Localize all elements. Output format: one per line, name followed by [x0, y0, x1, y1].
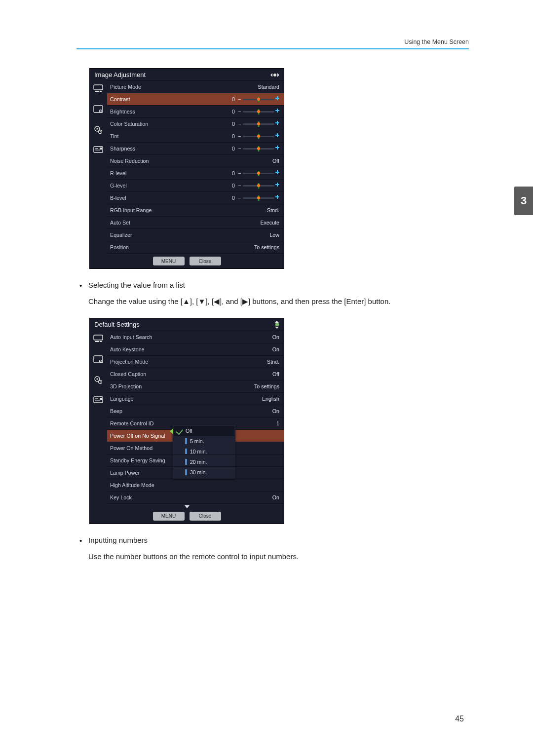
menu-row[interactable]: LanguageEnglish [107, 393, 284, 405]
row-label: G-level [110, 183, 165, 189]
menu-row[interactable]: B-level0− [107, 192, 284, 204]
slider-control[interactable]: 0− [228, 109, 279, 114]
row-value: On [272, 494, 279, 500]
menu-row[interactable]: Key LockOn [107, 491, 284, 504]
menu-row[interactable]: BeepOn [107, 405, 284, 417]
right-arrow-glyph: ▶ [242, 297, 248, 305]
menu-row[interactable]: 3D ProjectionTo settings [107, 380, 284, 393]
network-icon [93, 145, 104, 156]
menu-row[interactable]: Power Off on No SignalOff5 min.10 min.20… [107, 430, 284, 442]
network-icon [93, 395, 104, 406]
menu-row[interactable]: Power On Method [107, 442, 284, 454]
slider-control[interactable]: 0− [228, 183, 279, 189]
svg-rect-17 [97, 341, 99, 342]
close-button[interactable]: Close [190, 512, 221, 521]
image-adjust-icon [93, 354, 104, 365]
menu1-footer: MENU Close [89, 254, 284, 269]
bullet-selecting-value: Selecting the value from a list Change t… [88, 281, 469, 307]
bullet-inputting-numbers: Inputting numbers Use the number buttons… [88, 536, 469, 562]
row-value: Off [272, 371, 279, 377]
row-label: Auto Set [110, 220, 165, 226]
row-value: On [272, 346, 279, 352]
menu1-title: Image Adjustment [94, 71, 146, 78]
row-label: Contrast [110, 96, 165, 102]
row-value: On [272, 334, 279, 340]
close-button[interactable]: Close [190, 257, 221, 265]
slider-value: 0 [228, 183, 235, 189]
menu-row[interactable]: Standby Energy Saving [107, 454, 284, 467]
row-label: Closed Caption [110, 371, 179, 377]
row-label: Position [110, 244, 165, 250]
svg-point-25 [100, 381, 101, 382]
slider-value: 0 [228, 109, 235, 114]
row-value: To settings [254, 244, 279, 250]
menu-row[interactable]: RGB Input RangeStnd. [107, 204, 284, 217]
row-label: Power Off on No Signal [110, 433, 179, 439]
menu-row[interactable]: Projection ModeStnd. [107, 356, 284, 368]
row-label: RGB Input Range [110, 207, 165, 213]
slider-control[interactable]: 0− [228, 96, 279, 102]
row-value: On [272, 408, 279, 414]
menu-row[interactable]: Tint0− [107, 130, 284, 143]
row-value: Standard [258, 84, 279, 90]
svg-point-10 [100, 131, 101, 132]
list-option[interactable]: Off [174, 426, 234, 436]
row-label: 3D Projection [110, 383, 179, 389]
menu-row[interactable]: Color Saturation0− [107, 118, 284, 130]
row-label: Brightness [110, 109, 165, 114]
menu-row[interactable]: Lamp Power [107, 467, 284, 479]
menu2-side-icons [89, 331, 107, 504]
menu-row[interactable]: Contrast0− [107, 93, 284, 106]
svg-rect-15 [94, 335, 103, 340]
slider-control[interactable]: 0− [228, 195, 279, 201]
row-label: Key Lock [110, 494, 179, 500]
menu-row[interactable]: Picture ModeStandard [107, 80, 284, 93]
svg-rect-3 [100, 91, 102, 92]
svg-rect-0 [94, 85, 103, 90]
bullet1-sub: Change the value using the [▲], [▼], [◀]… [88, 296, 469, 307]
slider-value: 0 [228, 146, 235, 151]
row-label: Picture Mode [110, 84, 165, 90]
bullet2-sub: Use the number buttons on the remote con… [88, 551, 469, 562]
row-label: Tint [110, 133, 165, 139]
menu-row[interactable]: EqualizerLow [107, 229, 284, 241]
list-option-label: Off [186, 428, 192, 434]
menu-row[interactable]: Closed CaptionOff [107, 368, 284, 380]
left-arrow-glyph: ◀ [214, 297, 220, 305]
settings-gear-icon [93, 124, 104, 135]
menu-button[interactable]: MENU [153, 512, 185, 521]
settings-gear-icon [93, 375, 104, 385]
slider-value: 0 [228, 133, 235, 139]
menu-row[interactable]: G-level0− [107, 180, 284, 192]
chapter-tab: 3 [514, 187, 533, 215]
slider-control[interactable]: 0− [228, 146, 279, 151]
menu-row[interactable]: PositionTo settings [107, 241, 284, 254]
slider-value: 0 [228, 121, 235, 127]
svg-rect-2 [97, 91, 99, 92]
menu-row[interactable]: Auto Input SearchOn [107, 331, 284, 343]
menu-row[interactable]: Auto SetExecute [107, 217, 284, 229]
menu2-footer: MENU Close [89, 509, 284, 524]
row-value: Low [269, 232, 279, 238]
menu-row[interactable]: R-level0− [107, 167, 284, 180]
bullet1-lead: Selecting the value from a list [88, 281, 469, 289]
svg-point-21 [100, 361, 101, 362]
down-arrow-glyph: ▼ [198, 297, 206, 305]
row-label: Projection Mode [110, 359, 179, 365]
menu-row[interactable]: Sharpness0− [107, 143, 284, 155]
row-label: High Altitude Mode [110, 482, 179, 488]
menu2-scroll-down [89, 504, 284, 509]
slider-control[interactable]: 0− [228, 133, 279, 139]
row-value: Stnd. [267, 207, 279, 213]
menu-row[interactable]: Noise ReductionOff [107, 155, 284, 167]
slider-control[interactable]: 0− [228, 121, 279, 127]
row-label: Equalizer [110, 232, 165, 238]
svg-point-8 [96, 128, 98, 129]
row-value: 1 [276, 420, 279, 426]
menu-button[interactable]: MENU [153, 257, 185, 265]
menu-row[interactable]: Auto KeystoneOn [107, 343, 284, 356]
slider-control[interactable]: 0− [228, 170, 279, 176]
menu-row[interactable]: High Altitude Mode [107, 479, 284, 491]
menu-row[interactable]: Brightness0− [107, 106, 284, 118]
row-label: Power On Method [110, 445, 179, 451]
